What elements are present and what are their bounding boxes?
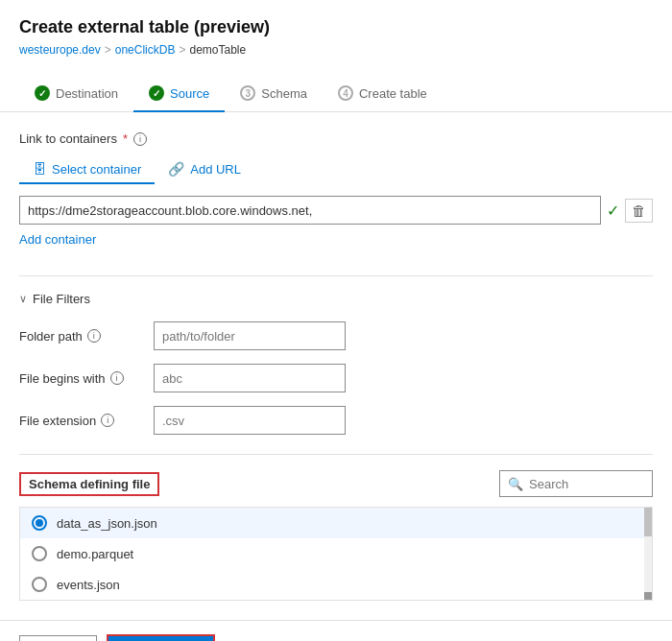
link-containers-info-icon[interactable]: i bbox=[133, 132, 147, 146]
file-name-2: events.json bbox=[57, 578, 120, 592]
file-filters-label: File Filters bbox=[33, 292, 90, 306]
tab-source[interactable]: ✓ Source bbox=[133, 76, 225, 112]
schema-search-input[interactable] bbox=[529, 477, 644, 491]
file-filters-toggle[interactable]: ∨ File Filters bbox=[19, 292, 653, 306]
folder-path-info-icon[interactable]: i bbox=[87, 329, 101, 343]
folder-path-label: Folder path i bbox=[19, 329, 154, 344]
wizard-tabs: ✓ Destination ✓ Source 3 Schema 4 Create… bbox=[0, 76, 672, 112]
radio-2[interactable] bbox=[32, 577, 47, 592]
container-tab-options: 🗄 Select container 🔗 Add URL bbox=[19, 155, 653, 184]
tab-schema-icon: 3 bbox=[240, 85, 255, 101]
tab-create-table[interactable]: 4 Create table bbox=[323, 76, 443, 112]
scrollbar-arrow-down[interactable] bbox=[644, 592, 652, 600]
add-container-link[interactable]: Add container bbox=[19, 232, 96, 247]
divider1 bbox=[19, 275, 653, 276]
add-url-tab[interactable]: 🔗 Add URL bbox=[155, 155, 254, 184]
tab-schema-label: Schema bbox=[261, 86, 307, 101]
tab-create-table-label: Create table bbox=[359, 86, 427, 101]
tab-destination[interactable]: ✓ Destination bbox=[19, 76, 133, 112]
radio-0[interactable] bbox=[32, 515, 47, 531]
select-container-icon: 🗄 bbox=[33, 161, 46, 177]
wizard-footer: Previous Next: Schema bbox=[0, 620, 672, 641]
previous-button[interactable]: Previous bbox=[19, 635, 97, 641]
file-row-0[interactable]: data_as_json.json bbox=[20, 508, 652, 538]
file-filters-grid: Folder path i File begins with i File ex… bbox=[19, 321, 653, 435]
url-row: ✓ 🗑 bbox=[19, 196, 653, 225]
tab-create-table-icon: 4 bbox=[338, 85, 353, 101]
breadcrumb-sep1: > bbox=[105, 43, 111, 57]
breadcrumb-part3: demoTable bbox=[189, 43, 246, 57]
file-extension-input[interactable] bbox=[154, 406, 346, 435]
schema-search-box[interactable]: 🔍 bbox=[499, 470, 653, 497]
schema-section-header: Schema defining file 🔍 bbox=[19, 470, 653, 497]
file-name-0: data_as_json.json bbox=[57, 516, 157, 531]
tab-source-icon: ✓ bbox=[149, 85, 164, 101]
tab-schema[interactable]: 3 Schema bbox=[225, 76, 323, 112]
search-icon: 🔍 bbox=[508, 477, 523, 491]
breadcrumb-sep2: > bbox=[179, 43, 185, 57]
radio-inner-0 bbox=[36, 519, 43, 527]
file-list-inner: data_as_json.json demo.parquet events.js… bbox=[20, 508, 652, 600]
schema-file-list: data_as_json.json demo.parquet events.js… bbox=[19, 507, 653, 601]
file-extension-label: File extension i bbox=[19, 414, 154, 428]
file-begins-input[interactable] bbox=[154, 364, 346, 392]
folder-path-input[interactable] bbox=[154, 321, 346, 350]
scrollbar-track bbox=[644, 508, 652, 600]
add-url-icon: 🔗 bbox=[168, 161, 184, 177]
breadcrumb: westeurope.dev > oneClickDB > demoTable bbox=[19, 43, 653, 57]
url-input[interactable] bbox=[19, 196, 601, 225]
file-begins-info-icon[interactable]: i bbox=[110, 371, 124, 385]
tab-source-label: Source bbox=[170, 86, 209, 101]
breadcrumb-part2[interactable]: oneClickDB bbox=[115, 43, 176, 57]
divider2 bbox=[19, 454, 653, 455]
next-button[interactable]: Next: Schema bbox=[107, 634, 216, 641]
radio-1[interactable] bbox=[32, 546, 47, 561]
scrollbar-thumb[interactable] bbox=[644, 508, 652, 536]
file-name-1: demo.parquet bbox=[57, 547, 133, 561]
url-check-icon: ✓ bbox=[607, 202, 619, 220]
select-container-tab[interactable]: 🗄 Select container bbox=[19, 155, 155, 184]
schema-defining-file-label: Schema defining file bbox=[19, 472, 159, 496]
link-containers-label: Link to containers * i bbox=[19, 131, 653, 146]
file-row-2[interactable]: events.json bbox=[20, 569, 652, 600]
breadcrumb-part1[interactable]: westeurope.dev bbox=[19, 43, 101, 57]
file-row-1[interactable]: demo.parquet bbox=[20, 538, 652, 569]
page-title: Create external table (preview) bbox=[19, 17, 653, 37]
tab-destination-icon: ✓ bbox=[35, 85, 50, 101]
file-begins-label: File begins with i bbox=[19, 371, 154, 386]
chevron-down-icon: ∨ bbox=[19, 293, 27, 305]
tab-destination-label: Destination bbox=[56, 86, 118, 101]
select-container-label: Select container bbox=[52, 162, 141, 177]
file-extension-info-icon[interactable]: i bbox=[101, 414, 114, 427]
add-url-label: Add URL bbox=[190, 162, 241, 177]
url-delete-icon[interactable]: 🗑 bbox=[625, 199, 653, 223]
